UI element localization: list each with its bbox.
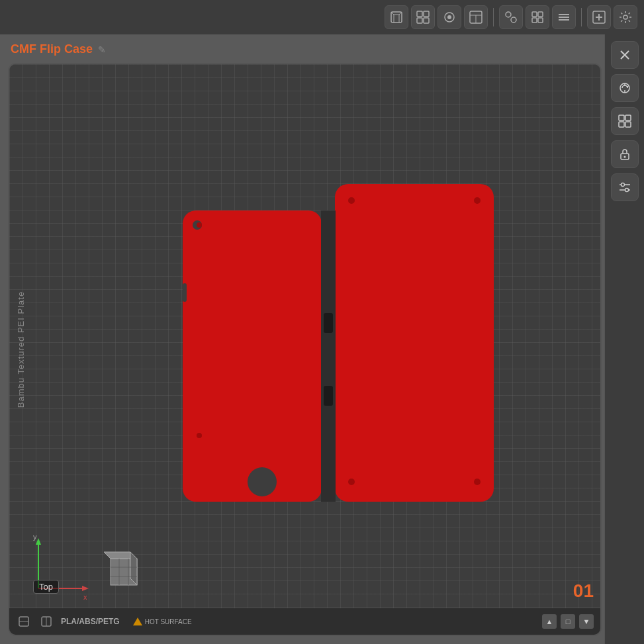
build-plate: Bambu Textured PEI Plate <box>8 63 602 636</box>
view-cube[interactable] <box>101 549 150 598</box>
svg-point-35 <box>474 197 481 204</box>
add-plate-button[interactable] <box>587 5 611 29</box>
svg-text:y: y <box>33 533 37 541</box>
svg-point-27 <box>248 467 277 496</box>
svg-marker-48 <box>82 586 89 591</box>
material-label: PLA/ABS/PETG <box>61 617 120 626</box>
svg-point-69 <box>621 183 624 187</box>
main-area: CMF Flip Case ✎ Bambu Textured PEI Plate <box>0 34 644 644</box>
plate-controls: ▲ □ ▼ <box>542 614 594 629</box>
svg-rect-15 <box>532 18 537 23</box>
settings-button[interactable] <box>611 173 639 201</box>
svg-point-23 <box>623 15 627 19</box>
right-toolbar <box>604 34 644 644</box>
plate-icon-2[interactable] <box>38 614 54 629</box>
objects-button[interactable] <box>499 5 523 29</box>
project-title: CMF Flip Case ✎ <box>8 42 602 56</box>
arrange-button[interactable] <box>611 107 639 135</box>
svg-point-29 <box>197 433 202 438</box>
svg-rect-64 <box>619 122 624 127</box>
plate-number: 01 <box>573 580 594 602</box>
svg-rect-38 <box>321 210 336 502</box>
layout-button[interactable] <box>464 5 488 29</box>
svg-point-12 <box>511 17 516 23</box>
close-button[interactable] <box>611 41 639 69</box>
svg-point-67 <box>623 156 625 158</box>
view-label: Top <box>33 580 59 594</box>
svg-rect-4 <box>417 18 422 23</box>
lines-button[interactable] <box>552 5 576 29</box>
paint-button[interactable] <box>437 5 461 29</box>
auto-orient-button[interactable] <box>611 74 639 102</box>
svg-rect-65 <box>625 122 631 127</box>
plate-label: Bambu Textured PEI Plate <box>16 291 26 408</box>
svg-point-7 <box>447 15 451 19</box>
top-toolbar <box>0 0 644 34</box>
svg-rect-13 <box>532 12 537 17</box>
svg-point-11 <box>506 12 511 17</box>
svg-marker-61 <box>626 86 629 88</box>
plate-up-button[interactable]: ▲ <box>542 614 557 629</box>
plate-icon-1[interactable] <box>16 614 32 629</box>
svg-rect-63 <box>625 115 631 120</box>
svg-rect-16 <box>538 18 543 23</box>
toolbar-divider-2 <box>581 8 582 26</box>
svg-point-28 <box>197 222 202 228</box>
plate-down-button[interactable]: ▼ <box>579 614 594 629</box>
svg-point-71 <box>625 189 628 192</box>
grid-button[interactable] <box>411 5 435 29</box>
svg-rect-2 <box>417 11 422 17</box>
model-container[interactable] <box>89 97 587 595</box>
svg-rect-40 <box>324 386 333 406</box>
svg-rect-24 <box>183 210 322 502</box>
svg-point-37 <box>474 479 481 485</box>
svg-rect-3 <box>424 11 429 17</box>
svg-rect-26 <box>183 283 187 302</box>
svg-rect-33 <box>335 184 494 502</box>
project-name: CMF Flip Case <box>11 42 93 56</box>
stack-button[interactable] <box>526 5 549 29</box>
plate-square-button[interactable]: □ <box>561 614 575 629</box>
svg-rect-14 <box>538 12 543 17</box>
flip-case-svg <box>176 177 500 515</box>
cube-view-button[interactable] <box>385 5 408 29</box>
svg-point-36 <box>348 479 355 485</box>
hot-surface-text: HOT SURFACE <box>145 618 192 625</box>
settings2-button[interactable] <box>614 5 637 29</box>
svg-text:x: x <box>83 593 87 601</box>
build-plate-bottom: PLA/ABS/PETG HOT SURFACE ▲ □ ▼ <box>9 608 600 635</box>
toolbar-divider-1 <box>493 8 494 26</box>
lock-button[interactable] <box>611 140 639 168</box>
warning-icon <box>133 618 142 625</box>
svg-rect-39 <box>324 313 333 333</box>
svg-rect-62 <box>619 115 624 120</box>
svg-point-34 <box>348 197 355 204</box>
build-area: CMF Flip Case ✎ Bambu Textured PEI Plate <box>0 34 604 644</box>
hot-surface-warning: HOT SURFACE <box>133 618 192 625</box>
svg-rect-5 <box>424 18 429 23</box>
edit-icon[interactable]: ✎ <box>98 44 106 55</box>
